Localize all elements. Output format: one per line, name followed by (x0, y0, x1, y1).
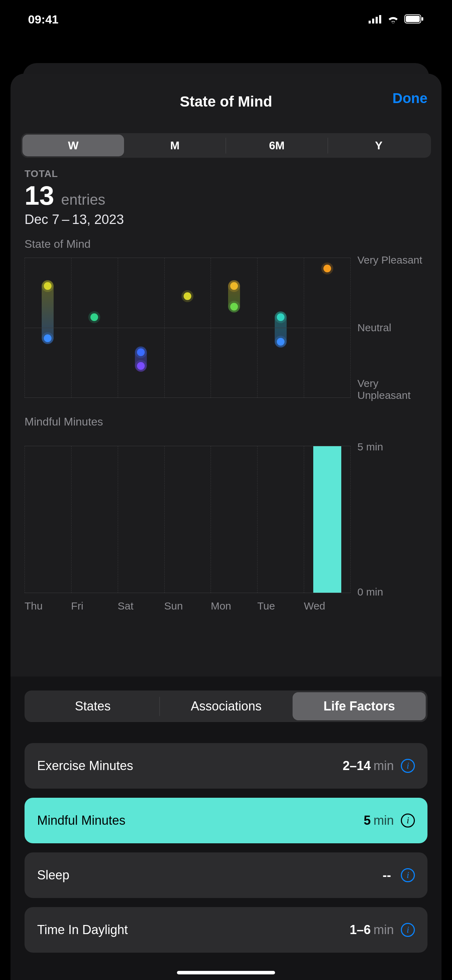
range-segmented-control[interactable]: W M 6M Y (21, 133, 431, 158)
status-time: 09:41 (28, 13, 59, 26)
mm-axis-bot: 0 min (357, 586, 383, 598)
info-icon[interactable]: i (401, 759, 415, 773)
day-label: Sun (164, 600, 211, 612)
factor-mindful-minutes[interactable]: Mindful Minutes 5 min i (24, 798, 428, 843)
factor-value: 1–6 (350, 923, 371, 937)
summary-label: TOTAL (24, 168, 428, 180)
tab-states[interactable]: States (26, 692, 159, 720)
day-label: Sat (118, 600, 164, 612)
range-tab-week[interactable]: W (22, 135, 124, 156)
sheet: State of Mind Done W M 6M Y TOTAL 13 ent… (11, 73, 441, 980)
som-axis-bot: Very Unpleasant (357, 377, 428, 401)
factor-unit: min (374, 813, 394, 828)
range-tab-6month[interactable]: 6M (226, 135, 328, 156)
summary-block: TOTAL 13 entries Dec 7 – 13, 2023 (24, 168, 428, 227)
factor-value: -- (383, 868, 391, 883)
som-plot-area (24, 258, 350, 398)
cellular-icon (369, 13, 382, 26)
status-bar: 09:41 (0, 0, 452, 38)
factor-value: 2–14 (343, 759, 371, 773)
som-axis-top: Very Pleasant (357, 254, 422, 266)
mm-y-axis: 5 min 0 min (350, 446, 428, 593)
sheet-header: State of Mind Done (11, 88, 441, 116)
life-factors-panel: States Associations Life Factors Exercis… (11, 676, 441, 980)
day-label: Fri (71, 600, 118, 612)
factor-name: Sleep (37, 868, 383, 883)
factor-name: Exercise Minutes (37, 759, 343, 773)
factor-name: Time In Daylight (37, 923, 350, 937)
day-label: Tue (257, 600, 304, 612)
svg-rect-5 (406, 16, 420, 22)
day-label: Thu (24, 600, 71, 612)
factor-exercise-minutes[interactable]: Exercise Minutes 2–14 min i (24, 743, 428, 789)
battery-icon (404, 13, 424, 26)
svg-rect-6 (422, 17, 423, 21)
state-of-mind-chart: State of Mind Very Pleasant Neutral Very… (24, 238, 428, 612)
x-axis-day-labels: Thu Fri Sat Sun Mon Tue Wed (24, 600, 428, 612)
status-indicators (369, 13, 424, 26)
factor-name: Mindful Minutes (37, 813, 364, 828)
summary-count: 13 (24, 180, 54, 211)
page-title: State of Mind (180, 93, 272, 110)
chart-title-mm: Mindful Minutes (24, 415, 428, 428)
svg-rect-0 (369, 21, 371, 24)
svg-rect-2 (376, 17, 378, 24)
tab-life-factors[interactable]: Life Factors (293, 692, 426, 720)
som-y-axis: Very Pleasant Neutral Very Unpleasant (350, 258, 428, 398)
som-axis-mid: Neutral (357, 322, 392, 334)
summary-unit: entries (61, 191, 105, 208)
factor-sleep[interactable]: Sleep -- i (24, 853, 428, 898)
range-tab-month[interactable]: M (124, 135, 226, 156)
mm-axis-top: 5 min (357, 441, 383, 453)
info-icon[interactable]: i (401, 923, 415, 937)
home-indicator[interactable] (177, 971, 275, 974)
factor-list: Exercise Minutes 2–14 min i Mindful Minu… (18, 743, 434, 953)
detail-segmented-control[interactable]: States Associations Life Factors (24, 690, 428, 722)
info-icon[interactable]: i (401, 813, 415, 827)
range-tab-year[interactable]: Y (328, 135, 430, 156)
info-icon[interactable]: i (401, 868, 415, 882)
svg-rect-3 (379, 15, 381, 24)
wifi-icon (387, 13, 399, 26)
done-button[interactable]: Done (392, 91, 428, 106)
day-label: Wed (304, 600, 350, 612)
tab-associations[interactable]: Associations (160, 692, 293, 720)
factor-value: 5 (364, 813, 371, 828)
chart-title-som: State of Mind (24, 238, 428, 251)
day-label: Mon (210, 600, 257, 612)
summary-date-range: Dec 7 – 13, 2023 (24, 212, 428, 227)
svg-rect-1 (372, 19, 374, 24)
factor-unit: min (374, 923, 394, 937)
factor-time-in-daylight[interactable]: Time In Daylight 1–6 min i (24, 907, 428, 953)
mm-plot-area (24, 446, 350, 593)
factor-unit: min (374, 759, 394, 773)
